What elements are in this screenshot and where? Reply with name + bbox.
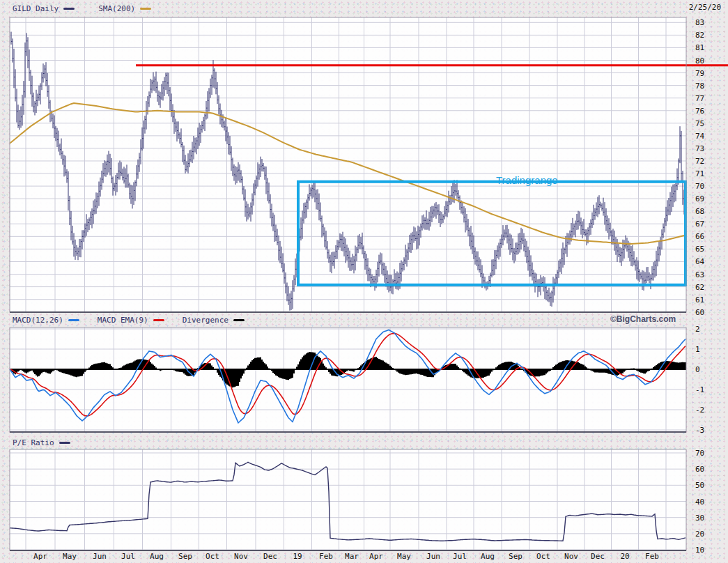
x-axis-month-label: Mar — [345, 552, 359, 561]
price-axis-tick: 70 — [695, 182, 704, 191]
price-axis-tick: 78 — [695, 82, 704, 91]
pe-axis-tick: 40 — [695, 498, 704, 507]
x-axis-month-label: Jun — [93, 552, 107, 561]
macd-line-swatch-icon — [68, 319, 79, 321]
x-axis-month-label: Dec — [263, 552, 277, 561]
pe-axis-tick: 20 — [695, 530, 704, 539]
x-axis-month-label: 20 — [620, 552, 629, 561]
price-axis-tick: 74 — [695, 132, 705, 141]
price-axis-tick: 63 — [695, 270, 704, 279]
x-axis-month-label: May — [397, 552, 411, 561]
bigcharts-gild-chart: GILD Daily SMA(200) 2/25/20 MACD(12,26) … — [0, 0, 728, 563]
chart-canvas: 8382818079787776757473727170696867666564… — [0, 0, 728, 563]
trading-range-annotation-label: Tradingrange — [496, 174, 558, 186]
macd-axis-tick: -3 — [695, 426, 704, 435]
bigcharts-watermark: ©BigCharts.com — [610, 314, 676, 324]
x-axis-month-label: May — [63, 552, 77, 561]
price-axis-tick: 61 — [695, 295, 704, 304]
price-axis-tick: 71 — [695, 169, 704, 178]
price-axis-tick: 64 — [695, 257, 705, 266]
x-axis-month-label: Feb — [645, 552, 659, 561]
x-axis-month-label: Aug — [150, 552, 164, 561]
price-axis-tick: 82 — [695, 31, 704, 40]
x-axis-month-label: Aug — [481, 552, 495, 561]
x-axis-month-label: Nov — [564, 552, 578, 561]
price-series-swatch-icon — [63, 8, 75, 10]
pe-axis-tick: 30 — [695, 514, 704, 523]
price-axis-tick: 73 — [695, 144, 704, 153]
x-axis-month-label: Nov — [234, 552, 248, 561]
price-legend-strip: GILD Daily SMA(200) — [0, 2, 728, 15]
pe-legend-strip: P/E Ratio — [0, 437, 728, 449]
x-axis-month-label: Feb — [319, 552, 333, 561]
macd-line-legend-label: MACD(12,26) — [13, 316, 63, 325]
price-axis-tick: 69 — [695, 194, 704, 203]
x-axis-month-label: Jul — [453, 552, 467, 561]
pe-axis-tick: 60 — [695, 465, 704, 474]
price-axis-tick: 65 — [695, 245, 704, 254]
x-axis-month-label: Apr — [33, 552, 47, 561]
x-axis-month-label: Apr — [369, 552, 383, 561]
pe-axis-tick: 50 — [695, 481, 704, 490]
x-axis-month-label: Jun — [426, 552, 440, 561]
x-axis-month-label: Oct — [206, 552, 219, 561]
x-axis-month-label: Dec — [591, 552, 605, 561]
macd-axis-tick: 1 — [695, 345, 700, 354]
price-axis-tick: 79 — [695, 69, 704, 78]
x-axis-month-label: 19 — [293, 552, 302, 561]
pe-axis-tick: 10 — [695, 546, 704, 555]
price-axis-tick: 68 — [695, 207, 704, 216]
pe-axis-tick: 70 — [695, 449, 704, 458]
price-axis-tick: 62 — [695, 283, 704, 292]
x-axis-month-label: Sep — [178, 552, 192, 561]
macd-axis-tick: -2 — [695, 406, 704, 415]
price-axis-tick: 81 — [695, 43, 704, 52]
pe-ratio-legend-label: P/E Ratio — [13, 438, 54, 447]
sma-swatch-icon — [140, 8, 151, 10]
price-axis-tick: 67 — [695, 219, 704, 229]
price-axis-tick: 80 — [695, 56, 704, 65]
divergence-legend-label: Divergence — [183, 316, 229, 325]
price-axis-tick: 66 — [695, 232, 704, 241]
price-axis-tick: 77 — [695, 94, 704, 103]
x-axis-month-label: Sep — [509, 552, 522, 561]
macd-ema-legend-label: MACD EMA(9) — [98, 316, 148, 325]
symbol-series-label: GILD Daily — [13, 4, 59, 13]
price-axis-tick: 72 — [695, 157, 704, 166]
macd-ema-swatch-icon — [153, 319, 164, 321]
x-axis-month-label: Jul — [121, 552, 135, 561]
price-axis-tick: 76 — [695, 107, 704, 116]
chart-date-label: 2/25/20 — [689, 3, 721, 12]
sma-legend-label: SMA(200) — [98, 4, 135, 13]
price-axis-tick: 75 — [695, 119, 704, 128]
price-axis-tick: 83 — [695, 18, 704, 27]
x-axis-month-label: Oct — [536, 552, 550, 561]
divergence-swatch-icon — [233, 319, 245, 321]
pe-swatch-icon — [59, 442, 70, 444]
macd-axis-tick: 0 — [695, 365, 700, 374]
macd-axis-tick: -1 — [695, 385, 704, 394]
